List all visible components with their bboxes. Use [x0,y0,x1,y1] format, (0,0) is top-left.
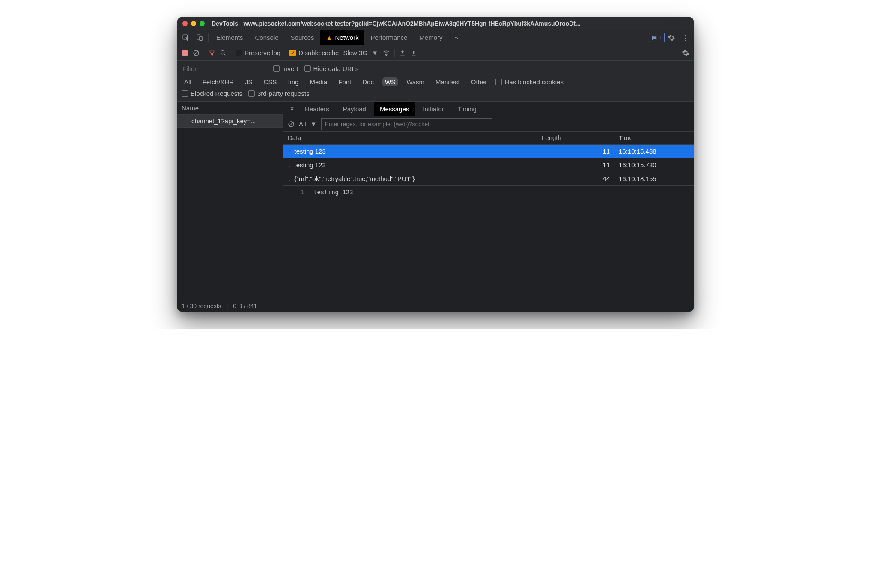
svg-rect-8 [400,55,404,55]
type-ws[interactable]: WS [382,77,398,86]
type-img[interactable]: Img [285,77,301,86]
type-manifest[interactable]: Manifest [433,77,462,86]
messages-filter-label: All [299,120,306,128]
type-wasm[interactable]: Wasm [404,77,427,86]
type-media[interactable]: Media [307,77,330,86]
issues-badge[interactable]: ▤ 1 [649,33,665,42]
col-length-header[interactable]: Length [537,132,614,144]
request-list-sidebar: Name channel_1?api_key=... 1 / 30 reques… [177,102,283,312]
message-length: 11 [537,146,614,157]
type-font[interactable]: Font [336,77,354,86]
messages-filter-select[interactable]: All ▼ [299,120,317,128]
search-icon[interactable] [220,50,227,56]
devtools-window: DevTools - www.piesocket.com/websocket-t… [177,17,694,312]
tab-performance[interactable]: Performance [364,30,413,45]
tab-sources[interactable]: Sources [285,30,320,45]
record-button[interactable] [182,50,188,56]
preview-text[interactable]: testing 123 [309,186,694,312]
message-row[interactable]: ↓ {"url":"ok","retryable":true,"method":… [283,172,694,186]
type-filter-row: All Fetch/XHR JS CSS Img Media Font Doc … [182,77,689,86]
warning-icon: ▲ [326,34,333,41]
detail-tabs: × Headers Payload Messages Initiator Tim… [283,102,694,116]
tab-headers[interactable]: Headers [299,102,335,116]
arrow-down-icon: ↓ [288,175,291,182]
tabs-overflow[interactable]: » [449,30,464,45]
chevron-down-icon: ▼ [310,120,317,128]
tab-messages[interactable]: Messages [374,102,415,116]
svg-line-11 [289,122,293,126]
message-data: testing 123 [295,148,326,155]
filter-bar: Invert Hide data URLs All Fetch/XHR JS C… [177,61,694,102]
maximize-window[interactable] [200,21,205,26]
message-time: 16:10:15.730 [614,159,694,171]
filter-icon[interactable] [209,50,215,56]
blocked-requests-checkbox[interactable]: Blocked Requests [182,90,242,97]
type-doc[interactable]: Doc [360,77,376,86]
tab-network[interactable]: ▲ Network [320,30,365,45]
close-window[interactable] [182,21,188,26]
tab-payload[interactable]: Payload [337,102,372,116]
message-time: 16:10:18.155 [614,173,694,184]
messages-toolbar: All ▼ [283,116,694,132]
type-fetchxhr[interactable]: Fetch/XHR [200,77,236,86]
window-title: DevTools - www.piesocket.com/websocket-t… [212,20,581,27]
tab-elements[interactable]: Elements [210,30,249,45]
hide-data-urls-checkbox[interactable]: Hide data URLs [304,65,359,72]
svg-point-7 [386,55,387,56]
close-detail-icon[interactable]: × [287,104,297,113]
status-bar: 1 / 30 requests | 0 B / 841 [177,300,283,312]
col-data-header[interactable]: Data [283,132,537,144]
type-all[interactable]: All [182,77,194,86]
messages-regex-input[interactable] [321,118,492,130]
disable-cache-checkbox[interactable]: Disable cache [289,49,339,56]
tab-initiator[interactable]: Initiator [417,102,450,116]
throttling-label: Slow 3G [343,49,367,56]
issues-icon: ▤ [652,34,657,41]
window-controls [182,21,205,26]
minimize-window[interactable] [191,21,196,26]
type-other[interactable]: Other [468,77,490,86]
throttling-select[interactable]: Slow 3G ▼ [343,49,378,56]
request-name: channel_1?api_key=... [191,117,256,125]
detail-panel: × Headers Payload Messages Initiator Tim… [283,102,694,312]
chevron-down-icon: ▼ [372,49,378,56]
request-row-checkbox[interactable] [182,118,188,124]
has-blocked-cookies-checkbox[interactable]: Has blocked cookies [495,78,564,86]
third-party-checkbox[interactable]: 3rd-party requests [248,90,310,97]
inspect-element-icon[interactable] [179,31,193,45]
tab-console[interactable]: Console [249,30,285,45]
request-count: 1 / 30 requests [182,303,221,309]
wifi-icon[interactable] [382,49,390,57]
name-column-header[interactable]: Name [177,102,283,115]
type-js[interactable]: JS [242,77,255,86]
kebab-menu-icon[interactable]: ⋮ [678,31,692,45]
type-css[interactable]: CSS [261,77,280,86]
svg-rect-2 [200,36,202,41]
preserve-log-checkbox[interactable]: Preserve log [236,49,280,56]
preserve-log-label: Preserve log [245,49,280,56]
clear-messages-icon[interactable] [288,121,295,128]
tab-memory[interactable]: Memory [413,30,448,45]
message-row[interactable]: ↑ testing 123 11 16:10:15.488 [283,145,694,158]
invert-checkbox[interactable]: Invert [273,65,298,72]
clear-button[interactable] [193,50,200,56]
messages-rows: ↑ testing 123 11 16:10:15.488 ↓ testing … [283,145,694,186]
col-time-header[interactable]: Time [614,132,694,144]
device-toolbar-icon[interactable] [193,31,206,45]
line-number: 1 [283,186,309,312]
network-toolbar: Preserve log Disable cache Slow 3G ▼ [177,45,694,61]
settings-icon[interactable] [665,31,678,45]
filter-input[interactable] [182,63,267,74]
issues-count: 1 [659,34,662,41]
disable-cache-label: Disable cache [298,49,339,56]
upload-icon[interactable] [399,50,406,56]
tab-timing[interactable]: Timing [452,102,483,116]
disable-cache-box[interactable] [289,50,296,56]
message-row[interactable]: ↓ testing 123 11 16:10:15.730 [283,158,694,172]
main-tabbar: Elements Console Sources ▲ Network Perfo… [177,30,694,45]
download-icon[interactable] [410,50,417,56]
svg-line-6 [224,53,226,55]
panel-settings-icon[interactable] [682,49,689,57]
request-row[interactable]: channel_1?api_key=... [177,115,283,128]
preserve-log-box[interactable] [236,50,242,56]
